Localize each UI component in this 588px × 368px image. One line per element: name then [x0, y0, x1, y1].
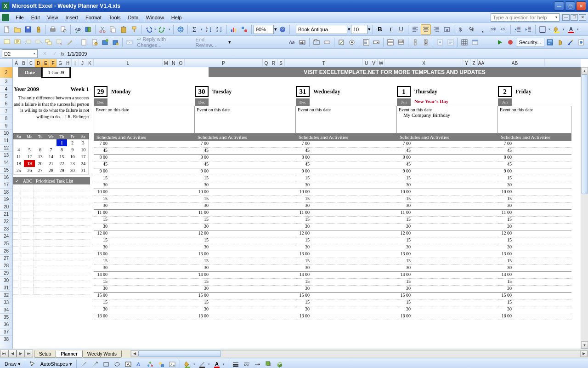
event-box[interactable]: Event on this date — [296, 106, 397, 133]
clipart-icon[interactable] — [156, 359, 166, 368]
schedule-row[interactable]: 30 — [296, 265, 397, 272]
schedule-row[interactable]: 30 — [296, 244, 397, 251]
row-header-33[interactable]: 33 — [0, 299, 12, 306]
row-header-2[interactable]: 2 — [0, 67, 12, 78]
autoshapes-menu[interactable]: AutoShapes ▾ — [39, 361, 74, 367]
row-header-8[interactable]: 8 — [0, 115, 12, 122]
schedule-row[interactable]: 7 00 — [94, 141, 195, 148]
col-header-D[interactable]: D — [35, 59, 42, 67]
fill-color-icon[interactable] — [552, 24, 562, 34]
schedule-row[interactable]: 15 — [397, 237, 498, 244]
edit-code-icon[interactable] — [446, 37, 456, 47]
schedule-row[interactable]: 14 00 — [296, 272, 397, 279]
row-header-10[interactable]: 10 — [0, 130, 12, 137]
row-header-25[interactable]: 25 — [0, 240, 12, 247]
row-header-12[interactable]: 12 — [0, 144, 12, 152]
tab-first-button[interactable]: ⏮ — [0, 350, 8, 357]
schedule-row[interactable]: 45 — [94, 148, 195, 155]
schedule-row[interactable]: 12 00 — [498, 230, 571, 237]
schedule-row[interactable]: 15 — [195, 299, 296, 306]
arrow-tool-icon[interactable] — [90, 359, 100, 368]
schedule-row[interactable]: 15 — [94, 217, 195, 224]
schedule-row[interactable]: 9 00 — [296, 168, 397, 175]
row-header-24[interactable]: 24 — [0, 233, 12, 240]
menu-view[interactable]: View — [44, 13, 62, 22]
schedule-row[interactable]: 45 — [498, 148, 571, 155]
autosum-dropdown[interactable]: ▾ — [200, 28, 204, 31]
textbox-tool-icon[interactable]: ab| — [297, 37, 307, 47]
schedule-row[interactable]: 16 00 — [296, 313, 397, 320]
print-preview-icon[interactable] — [58, 24, 68, 34]
schedule-row[interactable]: 15 00 — [397, 293, 498, 299]
task-row[interactable] — [13, 247, 90, 253]
paste-icon[interactable] — [119, 24, 129, 34]
schedule-row[interactable]: 15 — [498, 258, 571, 265]
schedule-row[interactable]: 15 — [397, 217, 498, 224]
event-box[interactable]: Event on this date — [498, 106, 571, 133]
row-header-16[interactable]: 16 — [0, 174, 12, 181]
col-header-X[interactable]: X — [385, 59, 463, 67]
menu-help[interactable]: Help — [168, 13, 186, 22]
font-size-input[interactable]: 10 — [351, 25, 368, 34]
schedule-row[interactable]: 14 00 — [94, 272, 195, 279]
schedule-row[interactable]: 15 00 — [498, 293, 571, 299]
zoom-input[interactable]: 90% — [254, 25, 274, 34]
groupbox-tool-icon[interactable] — [311, 37, 322, 47]
schedule-row[interactable]: 11 00 — [296, 210, 397, 217]
decrease-decimal-icon[interactable]: .0 — [498, 24, 509, 34]
schedule-row[interactable]: 8 00 — [397, 155, 498, 161]
event-box[interactable]: Event on this dateMy Company Birthday — [397, 106, 498, 133]
schedule-row[interactable]: 15 — [397, 196, 498, 203]
schedule-row[interactable]: 15 — [195, 279, 296, 286]
option-tool-icon[interactable] — [347, 37, 357, 47]
schedule-row[interactable]: 30 — [498, 286, 571, 293]
save-icon[interactable] — [23, 24, 33, 34]
row-header-13[interactable]: 13 — [0, 152, 12, 159]
schedule-row[interactable]: 13 00 — [397, 251, 498, 258]
macro-record-icon[interactable] — [505, 37, 515, 47]
design-mode-icon[interactable] — [565, 37, 576, 47]
schedule-row[interactable]: 30 — [397, 286, 498, 293]
schedule-row[interactable]: 14 00 — [498, 272, 571, 279]
schedule-row[interactable]: 30 — [94, 182, 195, 189]
col-header-H[interactable]: H — [64, 59, 72, 67]
row-header-11[interactable]: 11 — [0, 137, 12, 144]
fill-color-dropdown[interactable]: ▾ — [562, 28, 565, 31]
security-button[interactable]: Security... — [516, 38, 544, 47]
task-row[interactable] — [13, 198, 90, 205]
sheet-tab-weekly-words[interactable]: Weekly Words — [82, 351, 122, 358]
menu-data[interactable]: Data — [124, 13, 142, 22]
task-row[interactable] — [13, 260, 90, 267]
permission-icon[interactable] — [34, 24, 44, 34]
align-left-icon[interactable] — [410, 24, 420, 34]
schedule-row[interactable]: 13 00 — [296, 251, 397, 258]
row-header-18[interactable]: 18 — [0, 189, 12, 196]
sort-asc-icon[interactable]: AZ — [204, 24, 214, 34]
ink-icon[interactable] — [65, 37, 75, 47]
cancel-formula-icon[interactable]: ✕ — [40, 50, 49, 58]
diagram-icon[interactable] — [145, 359, 155, 368]
menu-edit[interactable]: Edit — [28, 13, 44, 22]
toggle-grid-icon[interactable] — [459, 37, 469, 47]
font-name-dropdown[interactable]: ▾ — [348, 26, 351, 32]
select-all-button[interactable] — [0, 59, 13, 67]
prev-comment-icon[interactable] — [23, 37, 33, 47]
label-tool-icon[interactable]: Aa — [287, 37, 297, 47]
cut-icon[interactable] — [97, 24, 107, 34]
schedule-row[interactable]: 30 — [94, 265, 195, 272]
schedule-row[interactable]: 15 — [195, 196, 296, 203]
task-row[interactable] — [13, 219, 90, 226]
redo-icon[interactable] — [158, 24, 168, 34]
menu-tools[interactable]: Tools — [105, 13, 124, 22]
sheet-tab-setup[interactable]: Setup — [34, 351, 56, 358]
col-header-Y[interactable]: Y — [463, 59, 470, 67]
help-search-input[interactable]: Type a question for help▾ — [491, 13, 560, 22]
fill-color-draw-icon[interactable] — [182, 359, 192, 368]
col-header-A[interactable]: A — [13, 59, 20, 67]
schedule-row[interactable]: 15 — [296, 279, 397, 286]
schedule-row[interactable]: 8 00 — [296, 155, 397, 161]
underline-button[interactable]: U — [396, 24, 406, 34]
redo-dropdown[interactable]: ▾ — [168, 28, 171, 31]
schedule-row[interactable]: 11 00 — [397, 210, 498, 217]
menu-file[interactable]: File — [12, 13, 28, 22]
